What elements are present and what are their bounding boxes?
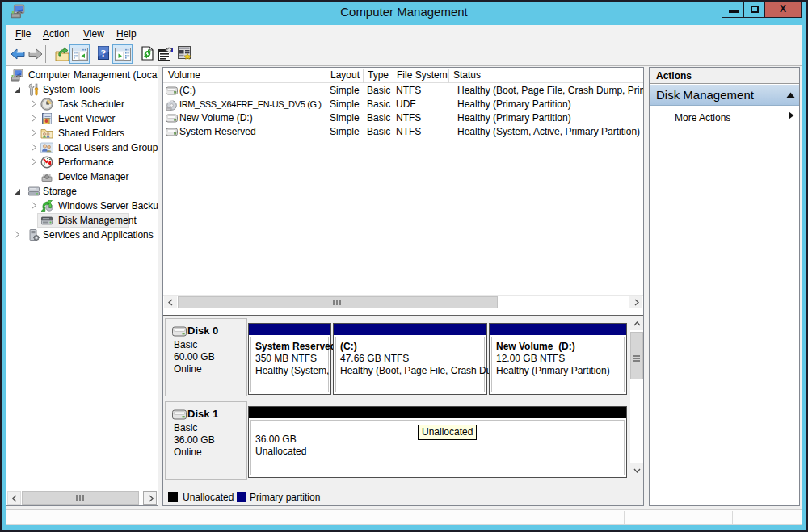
svg-text:?: ? bbox=[101, 47, 107, 59]
